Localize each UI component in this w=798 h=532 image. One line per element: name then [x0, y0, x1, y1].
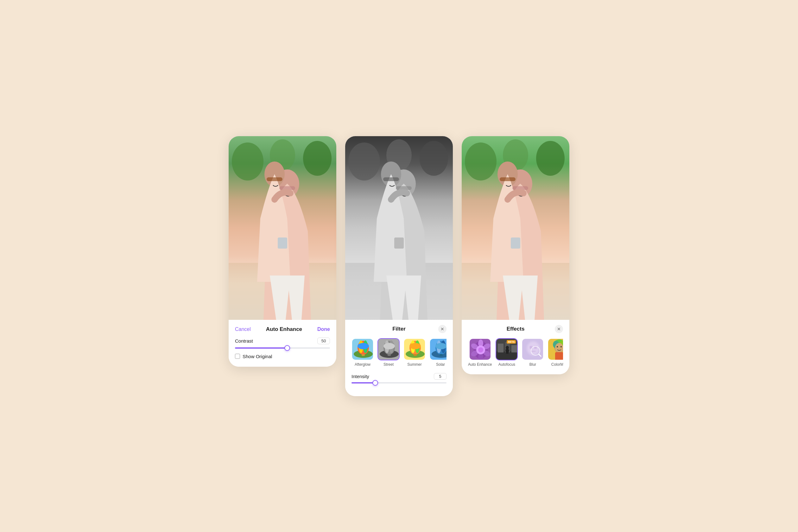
filter-close-button[interactable]: ✕ — [438, 325, 446, 333]
photo-area-2 — [345, 136, 453, 320]
filter-thumb-inner-summer — [404, 339, 425, 360]
auto-enhance-panel: Cancel Auto Enhance Done Contrast 50 Sho… — [229, 320, 336, 367]
effects-panel-header: Effects ✕ — [468, 325, 563, 333]
effect-name-auto-enhance: Auto Enhance — [468, 362, 492, 367]
intensity-slider[interactable] — [352, 382, 446, 383]
svg-point-54 — [536, 141, 565, 176]
effect-item-colormix[interactable]: ColorMix — [548, 338, 563, 367]
effect-name-blur: Blur — [530, 362, 536, 367]
svg-rect-74 — [498, 344, 504, 353]
effects-title: Effects — [507, 326, 525, 332]
svg-point-94 — [560, 346, 562, 347]
phone-card-1: Cancel Auto Enhance Done Contrast 50 Sho… — [229, 136, 336, 367]
svg-point-44 — [435, 343, 446, 349]
effect-item-autofocus[interactable]: BETA Autofocus — [496, 338, 518, 367]
phone-card-3: Effects ✕ — [462, 136, 569, 374]
filter-name-solar: Solar — [436, 362, 445, 367]
svg-rect-61 — [511, 238, 520, 249]
svg-point-77 — [506, 346, 509, 349]
svg-point-1 — [303, 141, 331, 176]
filter-panel: Filter ✕ — [345, 320, 453, 396]
close-icon-2: ✕ — [557, 326, 561, 331]
photo-frame-2 — [345, 136, 453, 320]
contrast-control-row: Contrast 50 — [235, 338, 330, 344]
show-original-checkbox[interactable] — [235, 354, 240, 359]
contrast-slider-fill — [235, 347, 287, 349]
svg-rect-24 — [362, 354, 365, 356]
effects-close-button[interactable]: ✕ — [555, 325, 563, 333]
svg-rect-76 — [511, 345, 517, 353]
filter-thumb-inner-afterglow — [352, 339, 373, 360]
intensity-slider-fill — [352, 382, 375, 383]
svg-rect-95 — [555, 352, 563, 360]
filter-name-afterglow: Afterglow — [355, 362, 370, 367]
effects-scroll-list[interactable]: Auto Enhance — [468, 338, 563, 367]
show-original-row: Show Original — [235, 354, 330, 359]
svg-point-0 — [232, 142, 264, 180]
svg-point-10 — [420, 141, 448, 176]
effect-name-colormix: ColorMix — [551, 362, 563, 367]
filter-thumb-inner-street — [378, 339, 399, 360]
close-icon: ✕ — [440, 326, 444, 331]
filter-thumb-street — [378, 338, 400, 360]
intensity-slider-thumb[interactable] — [373, 380, 378, 386]
phone-card-2: Filter ✕ — [345, 136, 453, 396]
svg-rect-45 — [439, 354, 443, 356]
svg-point-53 — [465, 142, 496, 180]
intensity-label: Intensity — [352, 374, 369, 379]
svg-point-37 — [410, 343, 421, 349]
filter-item-street[interactable]: Street — [378, 338, 400, 367]
toolbar: Cancel Auto Enhance Done — [235, 325, 330, 338]
photo-frame-1 — [229, 136, 336, 320]
effect-item-auto-enhance[interactable]: Auto Enhance — [468, 338, 492, 367]
filter-item-afterglow[interactable]: Afterglow — [352, 338, 374, 367]
show-original-label: Show Original — [243, 354, 272, 359]
photo-area-1 — [229, 136, 336, 320]
contrast-value[interactable]: 50 — [317, 338, 330, 344]
svg-rect-59 — [500, 177, 515, 181]
svg-rect-6 — [267, 177, 283, 181]
filter-thumb-solar — [430, 338, 446, 360]
cancel-button[interactable]: Cancel — [235, 326, 251, 332]
svg-point-82 — [527, 341, 539, 355]
filter-thumb-summer — [403, 338, 425, 360]
svg-rect-17 — [394, 238, 404, 249]
contrast-slider-thumb[interactable] — [284, 345, 290, 351]
effect-thumb-blur — [521, 338, 544, 360]
effect-thumb-colormix — [548, 338, 563, 360]
svg-point-9 — [348, 142, 380, 180]
filter-item-solar[interactable]: Solar — [430, 338, 446, 367]
screens-container: Cancel Auto Enhance Done Contrast 50 Sho… — [209, 136, 589, 396]
filter-name-summer: Summer — [407, 362, 421, 367]
effect-item-blur[interactable]: Blur — [521, 338, 544, 367]
panel-title: Auto Enhance — [266, 326, 302, 332]
effect-thumb-auto-enhance — [469, 338, 491, 360]
filter-thumb-inner-solar — [430, 339, 446, 360]
intensity-row: Intensity 5 — [352, 373, 446, 380]
effect-name-autofocus: Autofocus — [498, 362, 515, 367]
effects-panel: Effects ✕ — [462, 320, 569, 374]
contrast-label: Contrast — [235, 338, 253, 344]
svg-point-93 — [557, 346, 558, 347]
filter-name-street: Street — [383, 362, 394, 367]
svg-point-71 — [478, 347, 483, 353]
photo-area-3 — [462, 136, 569, 320]
svg-rect-15 — [383, 177, 399, 181]
svg-rect-31 — [387, 354, 391, 356]
beta-badge: BETA — [507, 340, 516, 344]
filter-item-summer[interactable]: Summer — [403, 338, 425, 367]
intensity-value[interactable]: 5 — [434, 373, 446, 380]
photo-frame-3 — [462, 136, 569, 320]
svg-point-23 — [358, 343, 369, 349]
effect-thumb-autofocus: BETA — [496, 338, 518, 360]
svg-rect-38 — [414, 354, 417, 356]
svg-rect-8 — [278, 238, 287, 249]
svg-point-30 — [383, 343, 395, 349]
filter-scroll-list[interactable]: Afterglow — [352, 338, 446, 368]
done-button[interactable]: Done — [317, 326, 330, 332]
contrast-slider[interactable] — [235, 347, 330, 349]
filter-thumb-afterglow — [352, 338, 374, 360]
filter-title: Filter — [392, 326, 406, 332]
filter-panel-header: Filter ✕ — [352, 325, 446, 333]
